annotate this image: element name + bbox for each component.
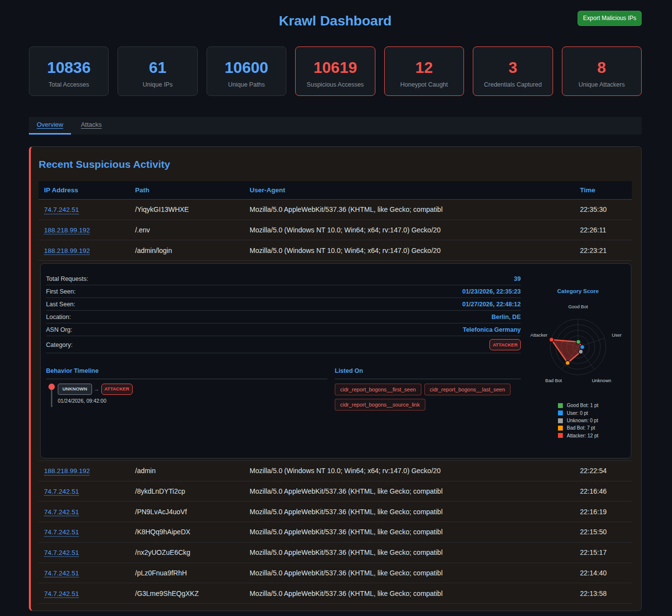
svg-text:Bad Bot: Bad Bot [545,378,562,383]
svg-text:Good Bot: Good Bot [568,303,588,309]
svg-text:Unknown: Unknown [592,378,611,383]
svg-text:User: User [612,332,622,338]
svg-text:Attacker: Attacker [531,332,548,338]
